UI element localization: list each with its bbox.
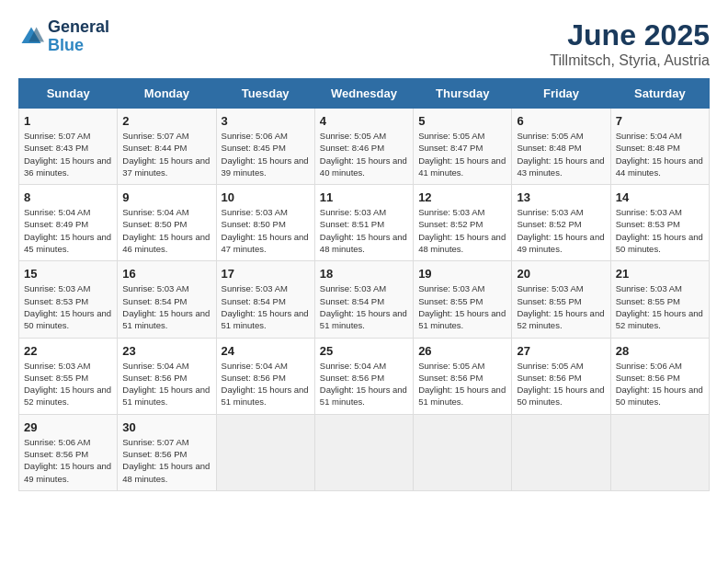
day-info: Sunrise: 5:03 AMSunset: 8:54 PMDaylight:… [222, 282, 310, 331]
col-header-sunday: Sunday [19, 79, 118, 109]
day-info: Sunrise: 5:05 AMSunset: 8:56 PMDaylight:… [517, 360, 605, 408]
day-number: 25 [320, 344, 408, 358]
day-info: Sunrise: 5:03 AMSunset: 8:52 PMDaylight:… [418, 206, 506, 255]
logo: General Blue [18, 18, 109, 55]
day-info: Sunrise: 5:06 AMSunset: 8:56 PMDaylight:… [616, 360, 704, 408]
calendar-cell: 19 Sunrise: 5:03 AMSunset: 8:55 PMDaylig… [414, 261, 512, 338]
calendar-cell: 2 Sunrise: 5:07 AMSunset: 8:44 PMDayligh… [118, 109, 216, 185]
day-info: Sunrise: 5:03 AMSunset: 8:55 PMDaylight:… [616, 282, 704, 331]
day-info: Sunrise: 5:03 AMSunset: 8:55 PMDaylight:… [418, 282, 506, 331]
calendar-cell: 1 Sunrise: 5:07 AMSunset: 8:43 PMDayligh… [19, 109, 118, 185]
page-header: General Blue June 2025 Tillmitsch, Styri… [18, 18, 710, 69]
calendar-cell [314, 414, 413, 490]
logo-line1: General [48, 18, 109, 37]
calendar-header-row: SundayMondayTuesdayWednesdayThursdayFrid… [19, 79, 710, 109]
calendar-cell [414, 414, 512, 490]
col-header-friday: Friday [512, 79, 610, 109]
day-number: 27 [517, 344, 605, 358]
day-info: Sunrise: 5:04 AMSunset: 8:56 PMDaylight:… [222, 360, 310, 408]
calendar-cell: 14 Sunrise: 5:03 AMSunset: 8:53 PMDaylig… [610, 185, 709, 261]
calendar-cell: 29 Sunrise: 5:06 AMSunset: 8:56 PMDaylig… [19, 414, 118, 490]
day-number: 6 [517, 114, 605, 128]
day-info: Sunrise: 5:05 AMSunset: 8:56 PMDaylight:… [418, 360, 506, 408]
day-number: 28 [616, 344, 704, 358]
col-header-saturday: Saturday [610, 79, 709, 109]
calendar-cell: 9 Sunrise: 5:04 AMSunset: 8:50 PMDayligh… [118, 185, 216, 261]
day-info: Sunrise: 5:04 AMSunset: 8:49 PMDaylight:… [24, 206, 112, 255]
calendar-cell: 3 Sunrise: 5:06 AMSunset: 8:45 PMDayligh… [216, 109, 314, 185]
calendar-cell [610, 414, 709, 490]
day-number: 14 [616, 190, 704, 204]
day-info: Sunrise: 5:03 AMSunset: 8:54 PMDaylight:… [122, 282, 210, 331]
day-number: 24 [222, 344, 310, 358]
calendar-cell [512, 414, 610, 490]
calendar-cell [216, 414, 314, 490]
calendar-cell: 11 Sunrise: 5:03 AMSunset: 8:51 PMDaylig… [314, 185, 413, 261]
col-header-monday: Monday [118, 79, 216, 109]
day-number: 17 [222, 267, 310, 281]
calendar-cell: 22 Sunrise: 5:03 AMSunset: 8:55 PMDaylig… [19, 338, 118, 414]
day-info: Sunrise: 5:03 AMSunset: 8:50 PMDaylight:… [222, 206, 310, 255]
location-title: Tillmitsch, Styria, Austria [550, 52, 710, 69]
day-info: Sunrise: 5:06 AMSunset: 8:56 PMDaylight:… [24, 436, 112, 485]
calendar-cell: 10 Sunrise: 5:03 AMSunset: 8:50 PMDaylig… [216, 185, 314, 261]
calendar-cell: 17 Sunrise: 5:03 AMSunset: 8:54 PMDaylig… [216, 261, 314, 338]
calendar-cell: 25 Sunrise: 5:04 AMSunset: 8:56 PMDaylig… [314, 338, 413, 414]
col-header-thursday: Thursday [414, 79, 512, 109]
day-number: 4 [320, 114, 408, 128]
day-info: Sunrise: 5:03 AMSunset: 8:51 PMDaylight:… [320, 206, 408, 255]
day-number: 15 [24, 267, 112, 281]
day-number: 26 [418, 344, 506, 358]
day-number: 9 [122, 190, 210, 204]
calendar-week-row: 22 Sunrise: 5:03 AMSunset: 8:55 PMDaylig… [19, 338, 710, 414]
day-info: Sunrise: 5:04 AMSunset: 8:50 PMDaylight:… [122, 206, 210, 255]
day-number: 3 [222, 114, 310, 128]
day-number: 16 [122, 267, 210, 281]
day-number: 2 [122, 114, 210, 128]
day-number: 1 [24, 114, 112, 128]
col-header-wednesday: Wednesday [314, 79, 413, 109]
day-info: Sunrise: 5:04 AMSunset: 8:56 PMDaylight:… [320, 360, 408, 408]
day-number: 12 [418, 190, 506, 204]
logo-icon [18, 24, 44, 50]
calendar-cell: 4 Sunrise: 5:05 AMSunset: 8:46 PMDayligh… [314, 109, 413, 185]
day-number: 29 [24, 420, 112, 434]
title-area: June 2025 Tillmitsch, Styria, Austria [550, 18, 710, 69]
calendar-cell: 24 Sunrise: 5:04 AMSunset: 8:56 PMDaylig… [216, 338, 314, 414]
day-number: 13 [517, 190, 605, 204]
calendar-cell: 7 Sunrise: 5:04 AMSunset: 8:48 PMDayligh… [610, 109, 709, 185]
calendar-cell: 20 Sunrise: 5:03 AMSunset: 8:55 PMDaylig… [512, 261, 610, 338]
calendar-cell: 8 Sunrise: 5:04 AMSunset: 8:49 PMDayligh… [19, 185, 118, 261]
day-info: Sunrise: 5:07 AMSunset: 8:43 PMDaylight:… [24, 130, 112, 178]
month-title: June 2025 [550, 18, 710, 52]
day-info: Sunrise: 5:03 AMSunset: 8:55 PMDaylight:… [517, 282, 605, 331]
day-info: Sunrise: 5:03 AMSunset: 8:53 PMDaylight:… [616, 206, 704, 255]
col-header-tuesday: Tuesday [216, 79, 314, 109]
day-number: 18 [320, 267, 408, 281]
calendar-cell: 27 Sunrise: 5:05 AMSunset: 8:56 PMDaylig… [512, 338, 610, 414]
day-number: 10 [222, 190, 310, 204]
calendar-cell: 16 Sunrise: 5:03 AMSunset: 8:54 PMDaylig… [118, 261, 216, 338]
calendar-week-row: 1 Sunrise: 5:07 AMSunset: 8:43 PMDayligh… [19, 109, 710, 185]
day-info: Sunrise: 5:05 AMSunset: 8:48 PMDaylight:… [517, 130, 605, 178]
calendar-cell: 26 Sunrise: 5:05 AMSunset: 8:56 PMDaylig… [414, 338, 512, 414]
day-number: 21 [616, 267, 704, 281]
calendar-cell: 5 Sunrise: 5:05 AMSunset: 8:47 PMDayligh… [414, 109, 512, 185]
calendar-cell: 13 Sunrise: 5:03 AMSunset: 8:52 PMDaylig… [512, 185, 610, 261]
day-number: 8 [24, 190, 112, 204]
day-number: 20 [517, 267, 605, 281]
day-info: Sunrise: 5:04 AMSunset: 8:56 PMDaylight:… [122, 360, 210, 408]
calendar-cell: 21 Sunrise: 5:03 AMSunset: 8:55 PMDaylig… [610, 261, 709, 338]
day-info: Sunrise: 5:07 AMSunset: 8:44 PMDaylight:… [122, 130, 210, 178]
day-info: Sunrise: 5:03 AMSunset: 8:55 PMDaylight:… [24, 360, 112, 408]
calendar-week-row: 8 Sunrise: 5:04 AMSunset: 8:49 PMDayligh… [19, 185, 710, 261]
calendar-cell: 18 Sunrise: 5:03 AMSunset: 8:54 PMDaylig… [314, 261, 413, 338]
calendar-table: SundayMondayTuesdayWednesdayThursdayFrid… [18, 78, 710, 491]
day-number: 19 [418, 267, 506, 281]
day-number: 23 [122, 344, 210, 358]
day-info: Sunrise: 5:07 AMSunset: 8:56 PMDaylight:… [122, 436, 210, 485]
day-info: Sunrise: 5:03 AMSunset: 8:54 PMDaylight:… [320, 282, 408, 331]
calendar-cell: 6 Sunrise: 5:05 AMSunset: 8:48 PMDayligh… [512, 109, 610, 185]
day-info: Sunrise: 5:04 AMSunset: 8:48 PMDaylight:… [616, 130, 704, 178]
day-info: Sunrise: 5:05 AMSunset: 8:46 PMDaylight:… [320, 130, 408, 178]
